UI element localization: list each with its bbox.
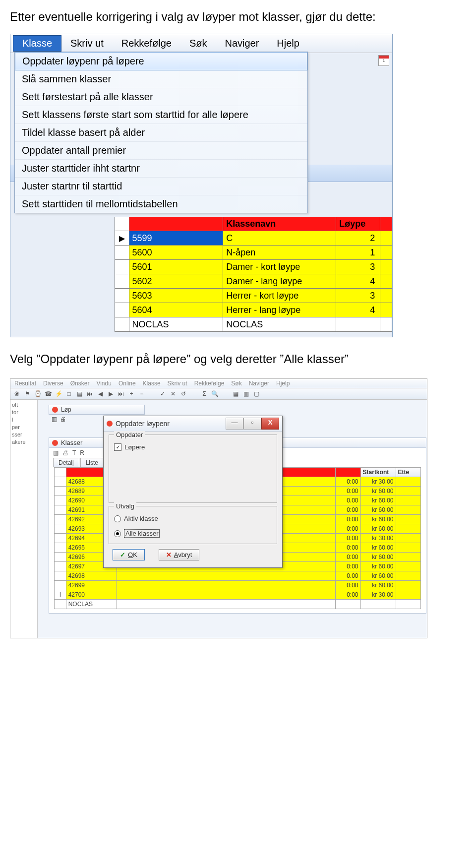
row-selector[interactable] — [115, 303, 129, 317]
menu-sok[interactable]: Søk — [180, 36, 216, 51]
menu2-hjelp[interactable]: Hjelp — [276, 380, 290, 387]
cell-loype[interactable]: 3 — [336, 260, 380, 274]
cell-ette[interactable] — [396, 477, 420, 487]
row-selector[interactable] — [55, 477, 66, 487]
cell-startkont[interactable]: kr 60,00 — [360, 505, 396, 515]
toolbar-icon-19[interactable]: 🔍 — [210, 389, 219, 398]
menu-sett-starttiden[interactable]: Sett starttiden til mellomtidstabellen — [15, 195, 307, 213]
table-row[interactable]: 426980.00kr 60,00 — [55, 571, 421, 581]
cell-id[interactable]: 5599 — [129, 231, 223, 246]
cell-extra[interactable] — [380, 231, 392, 246]
cell-loype[interactable]: 4 — [336, 303, 380, 317]
cell-klassenavn[interactable]: Damer - kort løype — [223, 260, 336, 274]
row-selector[interactable] — [55, 571, 66, 581]
cell-klassenavn[interactable]: Damer - lang løype — [223, 274, 336, 289]
menu2-naviger[interactable]: Naviger — [249, 380, 269, 387]
th-startkont[interactable]: Startkont — [360, 468, 396, 477]
toolbar-icon-7[interactable]: ⏮ — [85, 389, 94, 398]
cell-startkont[interactable]: kr 60,00 — [360, 553, 396, 562]
table-row[interactable]: 5604Herrer - lang løype4 — [115, 303, 392, 317]
cell-ette[interactable] — [396, 571, 420, 581]
klasse-table[interactable]: Klassenavn Løype ▶5599C25600N-åpen15601D… — [115, 217, 392, 332]
cell-id[interactable]: 5603 — [129, 289, 223, 303]
th-loype[interactable]: Løype — [336, 217, 380, 231]
menu-sla-sammen[interactable]: Slå sammen klasser — [15, 70, 307, 88]
menu-naviger[interactable]: Naviger — [216, 36, 268, 51]
menu-oppdater-loypenr[interactable]: Oppdater løypenr på løpere — [15, 52, 307, 70]
row-selector[interactable] — [115, 289, 129, 303]
menu-skriv-ut[interactable]: Skriv ut — [61, 36, 113, 51]
toolbar-icon-4[interactable]: ⚡ — [54, 389, 63, 398]
row-selector[interactable] — [115, 274, 129, 289]
th-ette[interactable]: Ette — [396, 468, 420, 477]
tab-liste[interactable]: Liste — [80, 458, 104, 467]
row-selector[interactable] — [55, 487, 66, 496]
toolbar-icon-15[interactable]: ✕ — [169, 389, 178, 398]
cell-startkont[interactable]: kr 60,00 — [360, 581, 396, 590]
cell-ette[interactable] — [396, 543, 420, 553]
row-selector[interactable] — [55, 505, 66, 515]
cell-ette[interactable] — [396, 534, 420, 543]
radio-alle-row[interactable]: Alle klasser — [114, 529, 272, 538]
close-button[interactable]: X — [261, 418, 279, 430]
cell-time[interactable]: 0:00 — [336, 524, 360, 534]
row-selector[interactable]: I — [55, 590, 66, 600]
menu-juster-startnr[interactable]: Juster startnr til starttid — [15, 178, 307, 195]
row-selector[interactable]: ▶ — [115, 231, 129, 246]
cell-id[interactable]: NOCLAS — [129, 317, 223, 332]
toolbar-icon-10[interactable]: ⏭ — [117, 389, 125, 398]
cell-loype[interactable]: 1 — [336, 246, 380, 260]
cell-time[interactable] — [336, 600, 360, 609]
menu2-skriv-ut[interactable]: Skriv ut — [168, 380, 187, 387]
cell-startkont[interactable]: kr 60,00 — [360, 543, 396, 553]
menu2-onsker[interactable]: Ønsker — [70, 380, 90, 387]
row-selector[interactable] — [55, 524, 66, 534]
checkbox-lopere-row[interactable]: ✓ Løpere — [114, 443, 272, 451]
cell-ette[interactable] — [396, 590, 420, 600]
cell-ette[interactable] — [396, 505, 420, 515]
toolbar-icon-21[interactable]: ▦ — [231, 389, 240, 398]
minimize-button[interactable]: — — [226, 418, 243, 430]
menu2-rekkefolge[interactable]: Rekkefølge — [194, 380, 225, 387]
sidebar-item[interactable]: tor — [12, 409, 36, 416]
table-row[interactable]: 5603Herrer - kort løype3 — [115, 289, 392, 303]
sidebar-item[interactable]: akere — [12, 438, 36, 446]
cell-startkont[interactable]: kr 60,00 — [360, 562, 396, 571]
table-row[interactable]: ▶5599C2 — [115, 231, 392, 246]
th-klassenavn[interactable]: Klassenavn — [223, 217, 336, 231]
table-row[interactable]: NOCLASNOCLAS — [115, 317, 392, 332]
menu-klasse[interactable]: Klasse — [13, 35, 61, 52]
cell-startkont[interactable]: kr 30,00 — [360, 590, 396, 600]
table-row[interactable]: NOCLAS — [55, 600, 421, 609]
cell-time[interactable]: 0:00 — [336, 543, 360, 553]
ok-button[interactable]: ✓ OK — [113, 549, 145, 560]
menu2-resultat[interactable]: Resultat — [14, 380, 36, 387]
toolbar-icon-23[interactable]: ▢ — [252, 389, 261, 398]
toolbar-icon-5[interactable]: □ — [64, 389, 73, 398]
cell-id[interactable]: 42699 — [66, 581, 117, 590]
table-row[interactable]: 5602Damer - lang løype4 — [115, 274, 392, 289]
menu2-klasse[interactable]: Klasse — [143, 380, 161, 387]
menu2-vindu[interactable]: Vindu — [96, 380, 111, 387]
mini-icon-print[interactable]: 🖨 — [62, 449, 68, 456]
sidebar-item[interactable]: oft — [12, 401, 36, 409]
cell-startkont[interactable]: kr 60,00 — [360, 487, 396, 496]
cell-startkont[interactable]: kr 60,00 — [360, 496, 396, 505]
cell-time[interactable]: 0:00 — [336, 487, 360, 496]
cell-time[interactable]: 0:00 — [336, 562, 360, 571]
cell-startkont[interactable]: kr 60,00 — [360, 524, 396, 534]
toolbar-icon-9[interactable]: ▶ — [106, 389, 115, 398]
toolbar-icon-18[interactable]: Σ — [200, 389, 209, 398]
cell-time[interactable]: 0:00 — [336, 590, 360, 600]
cell-klassenavn[interactable]: NOCLAS — [223, 317, 336, 332]
table-row[interactable]: 5600N-åpen1 — [115, 246, 392, 260]
cell-ette[interactable] — [396, 487, 420, 496]
cell-time[interactable]: 0:00 — [336, 477, 360, 487]
menu2-diverse[interactable]: Diverse — [43, 380, 63, 387]
menu-sett-forstestart[interactable]: Sett førstestart på alle klasser — [15, 88, 307, 106]
maximize-button[interactable]: ▫ — [243, 418, 261, 430]
cell-ette[interactable] — [396, 581, 420, 590]
cell-time[interactable]: 0:00 — [336, 581, 360, 590]
menu2-online[interactable]: Online — [119, 380, 136, 387]
panel-lop[interactable]: Løp — [49, 405, 145, 415]
